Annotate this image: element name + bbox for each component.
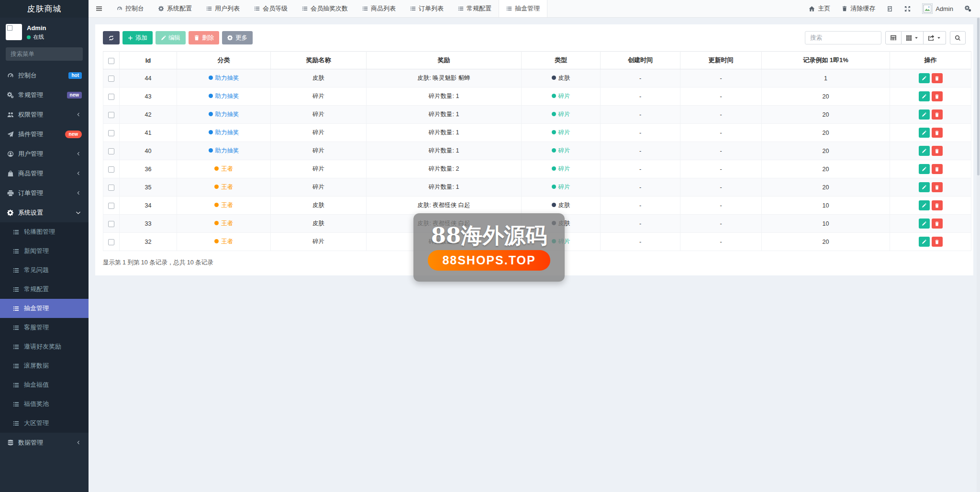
- sidebar-item-data-manage[interactable]: 数据管理: [0, 433, 89, 452]
- refresh-page-button[interactable]: [887, 6, 893, 12]
- sidebar-item-fortune-pool[interactable]: 福值奖池: [0, 394, 89, 414]
- category-link[interactable]: 助力抽奖: [209, 147, 239, 154]
- sidebar-item-user-manage[interactable]: 用户管理: [0, 144, 89, 164]
- tab-member-level[interactable]: 会员等级: [247, 0, 295, 17]
- sidebar-item-console[interactable]: 控制台hot: [0, 66, 89, 85]
- row-delete-button[interactable]: [932, 164, 943, 174]
- sidebar-item-faq[interactable]: 常见问题: [0, 261, 89, 280]
- tab-order-list[interactable]: 订单列表: [403, 0, 451, 17]
- row-checkbox[interactable]: [108, 130, 114, 136]
- tab-general-config[interactable]: 常规配置: [451, 0, 499, 17]
- row-delete-button[interactable]: [932, 73, 943, 83]
- category-link[interactable]: 王者: [214, 220, 233, 227]
- column-header[interactable]: 创建时间: [601, 52, 680, 69]
- clear-cache-link[interactable]: 清除缓存: [842, 4, 875, 13]
- tab-member-draw-times[interactable]: 会员抽奖次数: [295, 0, 355, 17]
- sidebar-item-banner-manage[interactable]: 轮播图管理: [0, 222, 89, 241]
- row-edit-button[interactable]: [919, 91, 930, 101]
- search-button[interactable]: [950, 31, 966, 44]
- row-edit-button[interactable]: [919, 219, 930, 229]
- scrollbar-track[interactable]: [977, 18, 980, 492]
- category-link[interactable]: 王者: [214, 165, 233, 172]
- row-delete-button[interactable]: [932, 91, 943, 101]
- row-checkbox[interactable]: [108, 76, 114, 82]
- user-menu[interactable]: Admin: [922, 3, 953, 14]
- sidebar-item-scroll-data[interactable]: 滚屏数据: [0, 356, 89, 375]
- settings-button[interactable]: [965, 5, 971, 12]
- home-link[interactable]: 主页: [809, 4, 830, 13]
- row-delete-button[interactable]: [932, 200, 943, 210]
- column-header[interactable]: Id: [120, 52, 177, 69]
- sidebar-item-region-manage[interactable]: 大区管理: [0, 414, 89, 433]
- category-link[interactable]: 王者: [214, 238, 233, 245]
- row-edit-button[interactable]: [919, 128, 930, 138]
- sidebar-item-goods-manage[interactable]: 商品管理: [0, 164, 89, 183]
- select-all-header[interactable]: [103, 52, 120, 69]
- sidebar-item-order-manage[interactable]: 订单管理: [0, 183, 89, 203]
- tab-console[interactable]: 控制台: [110, 0, 151, 17]
- detail-view-button[interactable]: [885, 31, 902, 44]
- more-button[interactable]: 更多: [222, 31, 253, 44]
- fullscreen-button[interactable]: [904, 6, 911, 12]
- sidebar-item-box-fortune[interactable]: 抽盒福值: [0, 375, 89, 394]
- export-button[interactable]: [924, 31, 946, 44]
- sidebar-search-input[interactable]: [6, 47, 83, 61]
- category-link[interactable]: 助力抽奖: [209, 129, 239, 136]
- row-edit-button[interactable]: [919, 109, 930, 120]
- row-delete-button[interactable]: [932, 182, 943, 192]
- add-button[interactable]: 添加: [122, 31, 153, 44]
- category-link[interactable]: 助力抽奖: [209, 75, 239, 81]
- column-header[interactable]: 分类: [177, 52, 271, 69]
- row-edit-button[interactable]: [919, 73, 930, 83]
- row-delete-button[interactable]: [932, 109, 943, 120]
- column-header[interactable]: 操作: [890, 52, 971, 69]
- sidebar-item-system-setting[interactable]: 系统设置: [0, 203, 89, 222]
- row-delete-button[interactable]: [932, 128, 943, 138]
- category-link[interactable]: 助力抽奖: [209, 111, 239, 118]
- sidebar-item-plugin-manage[interactable]: 插件管理new: [0, 124, 89, 144]
- sidebar-item-news-manage[interactable]: 新闻管理: [0, 241, 89, 261]
- columns-button[interactable]: [902, 31, 924, 44]
- category-link[interactable]: 王者: [214, 184, 233, 190]
- row-delete-button[interactable]: [932, 219, 943, 229]
- row-checkbox[interactable]: [108, 166, 114, 173]
- row-checkbox[interactable]: [108, 112, 114, 118]
- edit-button[interactable]: 编辑: [156, 31, 186, 44]
- column-header[interactable]: 记录例如 1即1%: [762, 52, 890, 69]
- sidebar-item-general-manage[interactable]: 常规管理new: [0, 85, 89, 105]
- category-link[interactable]: 王者: [214, 202, 233, 208]
- sidebar-item-invite-reward[interactable]: 邀请好友奖励: [0, 337, 89, 356]
- refresh-button[interactable]: [103, 31, 120, 44]
- table-search-input[interactable]: [805, 31, 881, 44]
- tab-user-list[interactable]: 用户列表: [199, 0, 247, 17]
- sidebar-item-service-manage[interactable]: 客服管理: [0, 318, 89, 337]
- row-edit-button[interactable]: [919, 164, 930, 174]
- delete-button[interactable]: 删除: [189, 31, 219, 44]
- row-edit-button[interactable]: [919, 182, 930, 192]
- scrollbar-thumb[interactable]: [977, 18, 980, 175]
- column-header[interactable]: 奖励名称: [271, 52, 367, 69]
- row-checkbox[interactable]: [108, 239, 114, 245]
- row-checkbox[interactable]: [108, 203, 114, 209]
- row-checkbox[interactable]: [108, 94, 114, 100]
- tab-box-manage[interactable]: 抽盒管理: [499, 0, 547, 17]
- row-delete-button[interactable]: [932, 146, 943, 156]
- row-edit-button[interactable]: [919, 237, 930, 247]
- sidebar-item-permission-manage[interactable]: 权限管理: [0, 105, 89, 124]
- row-edit-button[interactable]: [919, 200, 930, 210]
- row-checkbox[interactable]: [108, 185, 114, 191]
- row-checkbox[interactable]: [108, 148, 114, 154]
- sidebar-item-box-manage[interactable]: 抽盒管理: [0, 299, 89, 318]
- column-header[interactable]: 类型: [522, 52, 601, 69]
- column-header[interactable]: 奖励: [367, 52, 522, 69]
- row-edit-button[interactable]: [919, 146, 930, 156]
- row-checkbox[interactable]: [108, 221, 114, 227]
- tab-system-config[interactable]: 系统配置: [151, 0, 199, 17]
- row-delete-button[interactable]: [932, 237, 943, 247]
- sidebar-toggle-button[interactable]: [89, 0, 110, 17]
- tab-goods-list[interactable]: 商品列表: [355, 0, 403, 17]
- select-all-checkbox[interactable]: [108, 58, 114, 64]
- category-link[interactable]: 助力抽奖: [209, 93, 239, 99]
- sidebar-item-general-config[interactable]: 常规配置: [0, 280, 89, 299]
- column-header[interactable]: 更新时间: [680, 52, 762, 69]
